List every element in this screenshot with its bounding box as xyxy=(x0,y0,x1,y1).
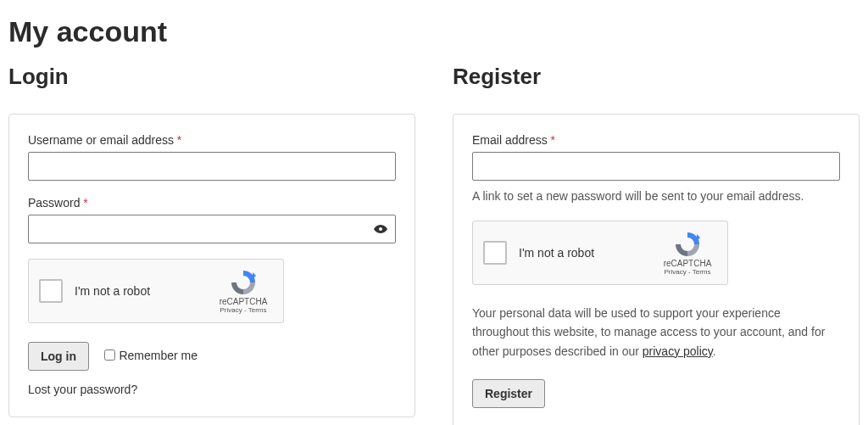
login-username-input[interactable] xyxy=(28,152,396,181)
lost-password-link[interactable]: Lost your password? xyxy=(28,383,396,396)
required-mark: * xyxy=(177,133,181,147)
recaptcha-links[interactable]: Privacy - Terms xyxy=(665,268,711,276)
recaptcha-brand: reCAPTCHA xyxy=(664,259,712,268)
register-email-label: Email address * xyxy=(472,133,840,147)
show-password-icon[interactable] xyxy=(374,222,387,236)
register-email-input[interactable] xyxy=(472,152,840,181)
recaptcha-logo-area: reCAPTCHA Privacy - Terms xyxy=(214,269,273,314)
privacy-text-post: . xyxy=(713,344,716,358)
login-actions: Log in Remember me xyxy=(28,342,396,371)
login-password-label-text: Password xyxy=(28,196,80,210)
svg-point-0 xyxy=(379,227,382,231)
register-email-field: Email address * xyxy=(472,133,840,181)
register-button[interactable]: Register xyxy=(472,379,545,408)
register-note: A link to set a new password will be sen… xyxy=(472,187,840,205)
remember-me-wrap[interactable]: Remember me xyxy=(104,349,198,362)
svg-marker-2 xyxy=(697,234,700,241)
page-title: My account xyxy=(8,15,860,48)
login-panel: Username or email address * Password * xyxy=(8,114,415,417)
login-password-field: Password * xyxy=(28,196,396,243)
recaptcha-checkbox[interactable] xyxy=(483,241,507,265)
recaptcha-logo-area: reCAPTCHA Privacy - Terms xyxy=(658,231,717,276)
register-heading: Register xyxy=(453,64,860,90)
login-password-label: Password * xyxy=(28,196,396,210)
login-username-field: Username or email address * xyxy=(28,133,396,181)
recaptcha-icon xyxy=(674,231,701,258)
login-username-label-text: Username or email address xyxy=(28,133,174,147)
required-mark: * xyxy=(83,196,87,210)
register-column: Register Email address * A link to set a… xyxy=(453,64,860,425)
account-columns: Login Username or email address * Passwo… xyxy=(8,64,860,425)
register-panel: Email address * A link to set a new pass… xyxy=(453,114,860,425)
recaptcha-icon xyxy=(230,269,257,296)
remember-me-label: Remember me xyxy=(119,349,198,362)
recaptcha-label: I'm not a robot xyxy=(519,246,658,260)
login-username-label: Username or email address * xyxy=(28,133,396,147)
privacy-note: Your personal data will be used to suppo… xyxy=(472,304,840,361)
login-column: Login Username or email address * Passwo… xyxy=(8,64,415,425)
login-recaptcha: I'm not a robot reCAPTCHA Privacy - Term… xyxy=(28,259,284,323)
recaptcha-checkbox[interactable] xyxy=(39,279,63,303)
login-button[interactable]: Log in xyxy=(28,342,89,371)
login-password-input[interactable] xyxy=(28,215,396,243)
remember-me-checkbox[interactable] xyxy=(104,350,115,361)
privacy-policy-link[interactable]: privacy policy xyxy=(643,344,713,358)
recaptcha-brand: reCAPTCHA xyxy=(220,297,268,306)
register-recaptcha: I'm not a robot reCAPTCHA Privacy - Term… xyxy=(472,221,728,285)
recaptcha-links[interactable]: Privacy - Terms xyxy=(220,306,267,314)
recaptcha-label: I'm not a robot xyxy=(75,284,214,298)
svg-marker-1 xyxy=(253,272,256,279)
login-heading: Login xyxy=(8,64,415,90)
required-mark: * xyxy=(551,133,555,147)
register-email-label-text: Email address xyxy=(472,133,548,147)
